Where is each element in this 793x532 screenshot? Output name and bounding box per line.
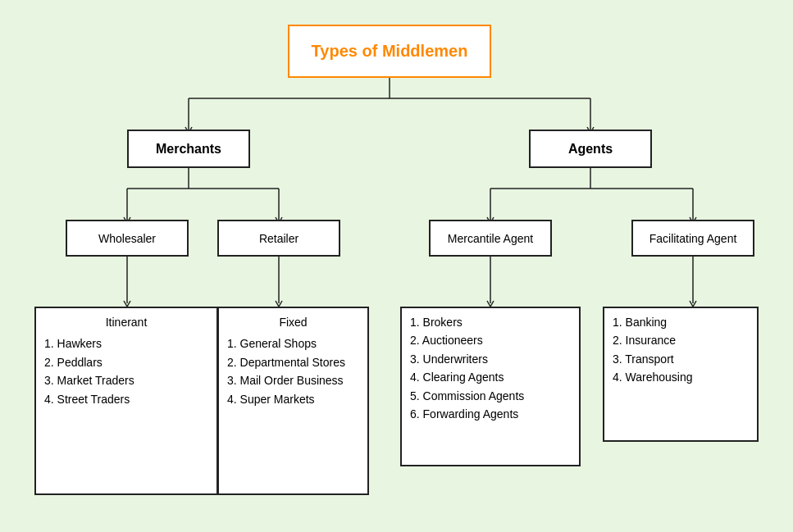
facilitating-agent-node: Facilitating Agent (631, 220, 754, 257)
facilitating-item-2: 2. Insurance (613, 331, 676, 349)
mercantile-item-6: 6. Forwarding Agents (410, 405, 518, 423)
fixed-item-2: 2. Departmental Stores (227, 353, 345, 371)
itinerant-item-2: 2. Peddlars (44, 353, 103, 371)
mercantile-item-3: 3. Underwriters (410, 350, 488, 368)
itinerant-item-3: 3. Market Traders (44, 371, 134, 389)
mercantile-item-1: 1. Brokers (410, 313, 463, 331)
wholesaler-node: Wholesaler (66, 220, 189, 257)
facilitating-item-3: 3. Transport (613, 350, 674, 368)
mercantile-agent-node: Mercantile Agent (429, 220, 552, 257)
root-node: Types of Middlemen (288, 25, 491, 78)
fixed-node: Fixed 1. General Shops 2. Departmental S… (217, 307, 369, 495)
itinerant-item-1: 1. Hawkers (44, 334, 102, 352)
fixed-title: Fixed (227, 313, 359, 331)
facilitating-item-1: 1. Banking (613, 313, 667, 331)
diagram: Types of Middlemen Merchants Agents Whol… (0, 0, 793, 532)
fixed-item-1: 1. General Shops (227, 334, 317, 352)
facilitating-list-node: 1. Banking 2. Insurance 3. Transport 4. … (603, 307, 759, 442)
mercantile-item-2: 2. Auctioneers (410, 331, 483, 349)
mercantile-item-5: 5. Commission Agents (410, 387, 524, 405)
itinerant-title: Itinerant (44, 313, 208, 331)
facilitating-item-4: 4. Warehousing (613, 368, 693, 386)
mercantile-list-node: 1. Brokers 2. Auctioneers 3. Underwriter… (400, 307, 581, 466)
fixed-item-4: 4. Super Markets (227, 390, 315, 408)
itinerant-node: Itinerant 1. Hawkers 2. Peddlars 3. Mark… (34, 307, 218, 495)
merchants-node: Merchants (127, 130, 250, 168)
agents-node: Agents (529, 130, 652, 168)
retailer-node: Retailer (217, 220, 340, 257)
itinerant-item-4: 4. Street Traders (44, 390, 130, 408)
mercantile-item-4: 4. Clearing Agents (410, 368, 504, 386)
fixed-item-3: 3. Mail Order Business (227, 371, 344, 389)
